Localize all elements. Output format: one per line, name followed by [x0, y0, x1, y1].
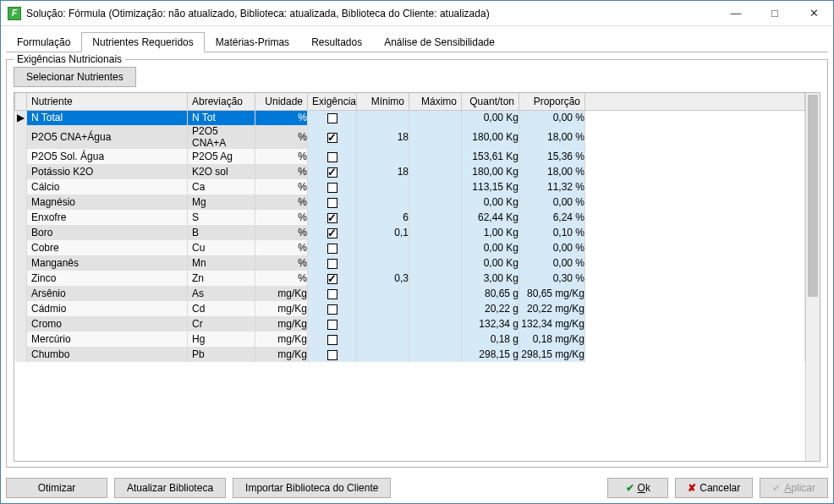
cell-unidade[interactable]: % — [255, 255, 308, 271]
cell-minimo[interactable]: 6 — [357, 210, 409, 225]
ok-button[interactable]: ✔ Ok — [607, 478, 668, 498]
tab-0[interactable]: Formulação — [6, 32, 81, 52]
checkbox-icon[interactable] — [327, 113, 337, 123]
maximize-button[interactable]: □ — [755, 1, 794, 25]
cell-minimo[interactable] — [357, 347, 409, 362]
close-button[interactable]: ✕ — [794, 1, 833, 25]
checkbox-icon[interactable] — [327, 152, 337, 162]
table-row[interactable]: P2O5 CNA+ÁguaP2O5 CNA+A%18180,00 Kg18,00… — [15, 125, 805, 149]
table-row[interactable]: Potássio K2OK2O sol%18180,00 Kg18,00 % — [15, 164, 805, 179]
cell-maximo[interactable] — [409, 125, 462, 149]
cell-maximo[interactable] — [409, 210, 462, 225]
cell-abreviacao[interactable]: K2O sol — [188, 164, 255, 179]
cell-unidade[interactable]: mg/Kg — [255, 301, 308, 316]
update-library-button[interactable]: Atualizar Biblioteca — [114, 478, 226, 498]
nutrients-grid[interactable]: Nutriente Abreviação Unidade Exigência M… — [14, 92, 820, 462]
cell-nutriente[interactable]: Arsênio — [27, 286, 188, 301]
table-row[interactable]: EnxofreS%662,44 Kg6,24 % — [15, 210, 805, 225]
cell-abreviacao[interactable]: As — [188, 286, 255, 301]
cell-minimo[interactable] — [357, 110, 409, 125]
cell-abreviacao[interactable]: Cr — [188, 316, 255, 331]
tab-1[interactable]: Nutrientes Requeridos — [81, 32, 204, 52]
cell-nutriente[interactable]: Cobre — [27, 240, 188, 255]
cell-exigencia[interactable] — [308, 210, 357, 225]
tab-2[interactable]: Matérias-Primas — [205, 32, 300, 52]
cell-maximo[interactable] — [409, 271, 462, 286]
table-row[interactable]: ZincoZn%0,33,00 Kg0,30 % — [15, 271, 805, 286]
cell-abreviacao[interactable]: B — [188, 225, 255, 240]
cell-unidade[interactable]: mg/Kg — [255, 286, 308, 301]
cell-exigencia[interactable] — [308, 164, 357, 179]
cell-abreviacao[interactable]: Hg — [188, 331, 255, 347]
cell-nutriente[interactable]: Boro — [27, 225, 188, 240]
cell-abreviacao[interactable]: Zn — [188, 271, 255, 286]
cell-exigencia[interactable] — [308, 125, 357, 149]
vertical-scrollbar[interactable] — [805, 93, 820, 461]
table-row[interactable]: P2O5 Sol. ÁguaP2O5 Ag%153,61 Kg15,36 % — [15, 149, 805, 164]
cell-nutriente[interactable]: Cromo — [27, 316, 188, 331]
checkbox-icon[interactable] — [327, 213, 337, 223]
cell-minimo[interactable] — [357, 331, 409, 347]
col-proporcao[interactable]: Proporção — [519, 93, 585, 110]
cell-unidade[interactable]: % — [255, 210, 308, 225]
cell-abreviacao[interactable]: P2O5 CNA+A — [188, 125, 255, 149]
checkbox-icon[interactable] — [327, 198, 337, 208]
cell-nutriente[interactable]: N Total — [27, 110, 188, 125]
cell-minimo[interactable] — [357, 179, 409, 194]
cell-maximo[interactable] — [409, 316, 462, 331]
checkbox-icon[interactable] — [327, 274, 337, 284]
optimize-button[interactable]: Otimizar — [6, 478, 107, 498]
table-row[interactable]: CobreCu%0,00 Kg0,00 % — [15, 240, 805, 255]
table-row[interactable]: BoroB%0,11,00 Kg0,10 % — [15, 225, 805, 240]
cell-maximo[interactable] — [409, 301, 462, 316]
table-row[interactable]: ArsênioAsmg/Kg80,65 g80,65 mg/Kg — [15, 286, 805, 301]
cell-nutriente[interactable]: Cálcio — [27, 179, 188, 194]
cell-maximo[interactable] — [409, 149, 462, 164]
table-row[interactable]: ManganêsMn%0,00 Kg0,00 % — [15, 255, 805, 271]
cell-unidade[interactable]: % — [255, 110, 308, 125]
cell-exigencia[interactable] — [308, 149, 357, 164]
cell-abreviacao[interactable]: Ca — [188, 179, 255, 194]
cell-minimo[interactable]: 0,1 — [357, 225, 409, 240]
cell-unidade[interactable]: mg/Kg — [255, 331, 308, 347]
cell-maximo[interactable] — [409, 255, 462, 271]
cell-nutriente[interactable]: P2O5 Sol. Água — [27, 149, 188, 164]
cell-nutriente[interactable]: Potássio K2O — [27, 164, 188, 179]
cell-maximo[interactable] — [409, 110, 462, 125]
cell-unidade[interactable]: % — [255, 271, 308, 286]
cell-maximo[interactable] — [409, 347, 462, 362]
scrollbar-thumb[interactable] — [808, 95, 818, 297]
cell-exigencia[interactable] — [308, 194, 357, 210]
cell-abreviacao[interactable]: Pb — [188, 347, 255, 362]
cell-unidade[interactable]: % — [255, 164, 308, 179]
col-maximo[interactable]: Máximo — [409, 93, 462, 110]
col-abreviacao[interactable]: Abreviação — [188, 93, 255, 110]
cell-nutriente[interactable]: Mercúrio — [27, 331, 188, 347]
tab-3[interactable]: Resultados — [300, 32, 373, 52]
table-row[interactable]: CromoCrmg/Kg132,34 g132,34 mg/Kg — [15, 316, 805, 331]
checkbox-icon[interactable] — [327, 183, 337, 193]
col-nutriente[interactable]: Nutriente — [27, 93, 188, 110]
cell-nutriente[interactable]: Zinco — [27, 271, 188, 286]
minimize-button[interactable]: ― — [716, 1, 755, 25]
checkbox-icon[interactable] — [327, 244, 337, 254]
cell-unidade[interactable]: % — [255, 194, 308, 210]
cell-exigencia[interactable] — [308, 110, 357, 125]
cell-nutriente[interactable]: P2O5 CNA+Água — [27, 125, 188, 149]
cell-exigencia[interactable] — [308, 240, 357, 255]
cell-minimo[interactable]: 18 — [357, 164, 409, 179]
table-row[interactable]: ChumboPbmg/Kg298,15 g298,15 mg/Kg — [15, 347, 805, 362]
cell-abreviacao[interactable]: Cu — [188, 240, 255, 255]
cell-minimo[interactable] — [357, 255, 409, 271]
cell-abreviacao[interactable]: S — [188, 210, 255, 225]
cell-minimo[interactable] — [357, 316, 409, 331]
checkbox-icon[interactable] — [327, 167, 337, 178]
cell-nutriente[interactable]: Enxofre — [27, 210, 188, 225]
cancel-button[interactable]: ✘ Cancelar — [675, 478, 753, 498]
cell-abreviacao[interactable]: Cd — [188, 301, 255, 316]
checkbox-icon[interactable] — [327, 320, 337, 330]
cell-minimo[interactable] — [357, 149, 409, 164]
cell-nutriente[interactable]: Magnésio — [27, 194, 188, 210]
cell-exigencia[interactable] — [308, 255, 357, 271]
cell-exigencia[interactable] — [308, 286, 357, 301]
